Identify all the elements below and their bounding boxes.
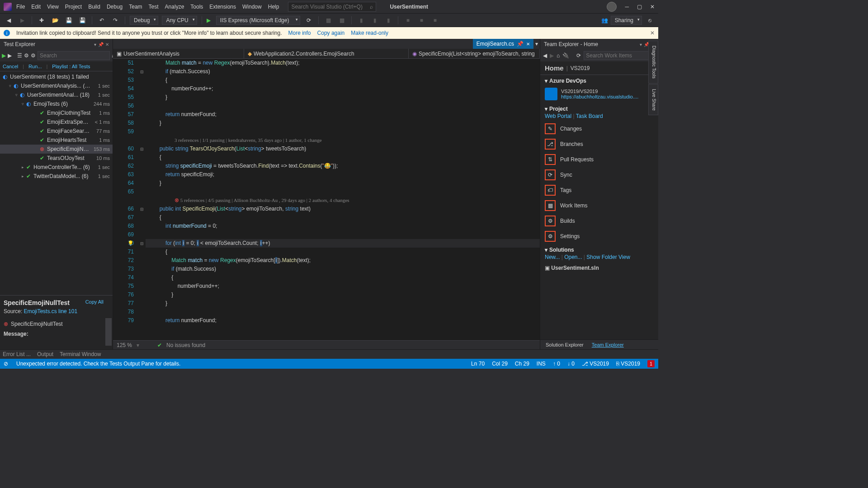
config-select[interactable]: Debug bbox=[130, 16, 158, 25]
project-tile[interactable]: ⚙Builds bbox=[540, 213, 658, 229]
nav-fwd-icon[interactable]: ▶ bbox=[17, 15, 27, 25]
project-tile[interactable]: ✎Changes bbox=[540, 121, 658, 136]
code-line[interactable]: return numberFound; bbox=[146, 316, 540, 325]
infobar-close-icon[interactable]: ✕ bbox=[650, 30, 655, 36]
code-line[interactable] bbox=[146, 102, 540, 110]
minimize-button[interactable]: ─ bbox=[625, 4, 629, 10]
code-line[interactable]: if (match.Success) bbox=[146, 67, 540, 76]
terminal-tab[interactable]: Terminal Window bbox=[60, 351, 101, 357]
menu-build[interactable]: Build bbox=[88, 4, 100, 10]
new-item-icon[interactable]: ✚ bbox=[37, 15, 47, 25]
nav-method[interactable]: ◉SpecificEmoji(List<string> emojiToSearc… bbox=[409, 49, 540, 58]
code-line[interactable]: { bbox=[146, 213, 540, 222]
filter-icon[interactable]: ⚙ bbox=[24, 51, 29, 61]
panel-dropdown-icon[interactable]: ▾ bbox=[640, 42, 642, 47]
codelens[interactable]: ⊗ 5 references | 4/5 passing | Allison B… bbox=[146, 196, 540, 205]
maximize-button[interactable]: ▢ bbox=[637, 4, 642, 10]
code-line[interactable]: { bbox=[146, 273, 540, 282]
menu-edit[interactable]: Edit bbox=[31, 4, 41, 10]
menu-extensions[interactable]: Extensions bbox=[209, 4, 236, 10]
code-line[interactable] bbox=[146, 308, 540, 316]
cancel-link[interactable]: Cancel bbox=[3, 64, 18, 69]
settings-gear-icon[interactable]: ⚙ bbox=[31, 51, 36, 61]
menu-tools[interactable]: Tools bbox=[190, 4, 203, 10]
menu-help[interactable]: Help bbox=[268, 4, 279, 10]
menu-analyze[interactable]: Analyze bbox=[165, 4, 184, 10]
code-line[interactable] bbox=[146, 188, 540, 196]
test-tree-row[interactable]: ✔EmojiExtraSpecial...< 1 ms bbox=[0, 117, 113, 127]
expand-icon[interactable]: ▿ bbox=[7, 84, 13, 88]
test-tree-row[interactable]: ▸✔HomeControllerTe... (6)1 sec bbox=[0, 163, 113, 172]
code-line[interactable]: if (match.Success) bbox=[146, 265, 540, 273]
menu-project[interactable]: Project bbox=[65, 4, 82, 10]
code-line[interactable] bbox=[146, 127, 540, 136]
search-icon[interactable]: ⌕ bbox=[370, 4, 373, 10]
test-tree-row[interactable]: ✔EmojiFaceSearchTest77 ms bbox=[0, 127, 113, 136]
code-line[interactable] bbox=[146, 230, 540, 239]
status-up[interactable]: ↑ 0 bbox=[553, 361, 560, 367]
undo-icon[interactable]: ↶ bbox=[97, 15, 107, 25]
toolbar-icon-8[interactable]: ■ bbox=[430, 15, 440, 25]
expand-icon[interactable]: ▿ bbox=[20, 102, 25, 106]
code-line[interactable]: 💡 for (int i = 0; i < emojiToSearch.Coun… bbox=[146, 239, 540, 248]
code-line[interactable]: return specificEmoji; bbox=[146, 170, 540, 179]
project-tile[interactable]: ▦Work Items bbox=[540, 198, 658, 213]
test-tree-row[interactable]: ✔TearsOfJoyTest10 ms bbox=[0, 154, 113, 163]
group-icon[interactable]: ☰ bbox=[17, 51, 22, 61]
menu-test[interactable]: Test bbox=[149, 4, 159, 10]
toolbar-icon-1[interactable]: ▦ bbox=[323, 15, 333, 25]
panel-dropdown-icon[interactable]: ▾ bbox=[94, 42, 96, 47]
toolbar-icon-6[interactable]: ■ bbox=[403, 15, 413, 25]
project-tile[interactable]: 🏷Tags bbox=[540, 183, 658, 198]
tab-overflow-icon[interactable]: ▾ bbox=[533, 41, 540, 47]
quick-launch[interactable]: ⌕ bbox=[288, 2, 376, 12]
copy-all-link[interactable]: Copy All bbox=[85, 299, 104, 305]
code-line[interactable]: string specificEmoji = tweetsToSearch.Fi… bbox=[146, 162, 540, 170]
code-line[interactable]: } bbox=[146, 291, 540, 299]
test-tree-row[interactable]: ⊗SpecificEmojiNullT...153 ms bbox=[0, 145, 113, 154]
expand-icon[interactable]: ▸ bbox=[20, 165, 25, 169]
devops-url[interactable]: https://abuchholtzau.visualstudio.... bbox=[561, 94, 638, 99]
collapse-icon[interactable]: ▾ bbox=[545, 78, 547, 84]
source-link[interactable]: EmojiTests.cs line 101 bbox=[24, 308, 77, 314]
folder-view-link[interactable]: Show Folder View bbox=[586, 254, 630, 260]
save-all-icon[interactable]: 💾 bbox=[77, 15, 87, 25]
team-explorer-tab[interactable]: Team Explorer bbox=[588, 342, 627, 347]
code-line[interactable]: numberFound++; bbox=[146, 282, 540, 291]
notification-badge[interactable]: 1 bbox=[647, 360, 655, 367]
run-icon[interactable]: ▶ bbox=[8, 51, 12, 61]
toolbar-icon-7[interactable]: ■ bbox=[416, 15, 426, 25]
code-line[interactable]: { bbox=[146, 153, 540, 162]
nav-class[interactable]: ◆WebApplication2.Controllers.EmojiSearch bbox=[244, 49, 409, 58]
status-repo1[interactable]: ⎇ VS2019 bbox=[582, 361, 609, 367]
redo-icon[interactable]: ↷ bbox=[110, 15, 120, 25]
collapse-icon[interactable]: ▾ bbox=[545, 247, 547, 253]
user-avatar[interactable] bbox=[607, 2, 617, 12]
expand-icon[interactable]: ▿ bbox=[14, 93, 19, 97]
toolbar-icon-2[interactable]: ▦ bbox=[337, 15, 347, 25]
browser-link-icon[interactable]: ⟳ bbox=[304, 15, 314, 25]
panel-pin-icon[interactable]: 📌 bbox=[98, 42, 104, 47]
copy-again-link[interactable]: Copy again bbox=[317, 30, 345, 36]
quick-launch-input[interactable] bbox=[291, 4, 363, 10]
code-line[interactable]: } bbox=[146, 93, 540, 102]
code-line[interactable]: public string TearsOfJoySearch(List<stri… bbox=[146, 145, 540, 153]
fwd-icon[interactable]: ▶ bbox=[550, 51, 554, 61]
close-button[interactable]: ✕ bbox=[650, 4, 655, 10]
lightbulb-icon[interactable]: 💡 bbox=[127, 239, 134, 248]
expand-icon[interactable]: ▸ bbox=[20, 174, 25, 178]
save-icon[interactable]: 💾 bbox=[64, 15, 74, 25]
editor-tab-active[interactable]: EmojiSearch.cs 📌 ✕ bbox=[473, 39, 533, 49]
status-dn[interactable]: ↓ 0 bbox=[567, 361, 575, 367]
menu-team[interactable]: Team bbox=[129, 4, 142, 10]
code-line[interactable]: int numberFound = 0; bbox=[146, 222, 540, 230]
nav-project[interactable]: ▣UserSentimentAnalysis bbox=[113, 49, 244, 58]
run-link[interactable]: Run... bbox=[28, 64, 42, 69]
menu-debug[interactable]: Debug bbox=[107, 4, 123, 10]
connect-icon[interactable]: 🔌 bbox=[562, 51, 569, 61]
devops-info[interactable]: VS2019/VS2019 https://abuchholtzau.visua… bbox=[540, 85, 658, 103]
test-tree-row[interactable]: ▿◐UserSentimentAnalysis... (18)1 sec bbox=[0, 81, 113, 90]
toolbar-icon-4[interactable]: ▮ bbox=[370, 15, 380, 25]
make-readonly-link[interactable]: Make read-only bbox=[351, 30, 388, 36]
code-line[interactable]: { bbox=[146, 76, 540, 84]
